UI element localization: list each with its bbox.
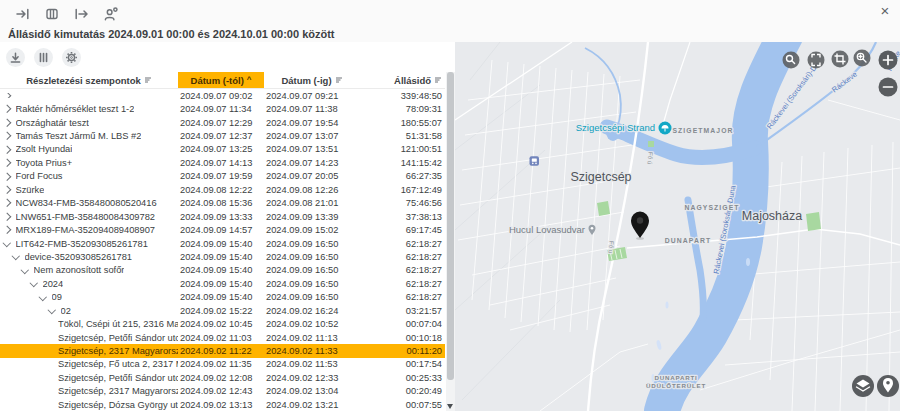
- row-duration: 00:17:54: [360, 359, 445, 369]
- road-label-fo-ut-2: Fő u: [607, 241, 615, 255]
- map-canvas[interactable]: Ráckevei (Soroksári)-Du Ráckevei (Soroks…: [455, 42, 900, 411]
- table-row[interactable]: MRX189-FMA-3520940894089072024.09.09 14:…: [0, 223, 445, 236]
- table-row[interactable]: Zsolt Hyundai2024.09.07 13:252024.09.07 …: [0, 143, 445, 156]
- row-tree-cell: NCW834-FMB-358480080520416: [0, 198, 178, 208]
- district-label-dunaparti-2: ÜDÜLŐTERÜLET: [646, 382, 706, 389]
- table-row[interactable]: Szigetcsép, Fő utca 2, 2317 Magy2024.09.…: [0, 358, 445, 371]
- table-row[interactable]: Nem azonosított sofőr2024.09.09 15:40202…: [0, 264, 445, 277]
- table-row[interactable]: Szigetcsép, Petőfi Sándor utca 1,2024.09…: [0, 331, 445, 344]
- close-icon[interactable]: ×: [876, 1, 894, 19]
- chevron-right-icon[interactable]: [3, 119, 11, 127]
- row-date-to: 2024.09.09 16:50: [264, 239, 360, 249]
- row-date-to: 2024.09.07 09:21: [264, 91, 360, 101]
- chevron-right-icon[interactable]: [3, 93, 11, 99]
- row-label: Szürke: [16, 185, 45, 195]
- map-zoom-area-button[interactable]: [854, 50, 871, 67]
- column-header-details[interactable]: Részletezési szempontok: [0, 72, 178, 88]
- table-row[interactable]: 022024.09.02 15:222024.09.02 16:2403:21:…: [0, 304, 445, 317]
- row-tree-cell: Zsolt Hyundai: [0, 144, 178, 154]
- column-header-date-from[interactable]: Dátum (-tól) ^: [178, 72, 264, 88]
- row-date-from: 2024.09.07 09:02: [178, 91, 264, 101]
- scrollbar-thumb[interactable]: [447, 72, 454, 380]
- table-row[interactable]: 2024.09.07 09:022024.09.07 09:21339:48:5…: [0, 89, 445, 102]
- chevron-down-icon[interactable]: [3, 239, 11, 247]
- bus-stop-icon[interactable]: [530, 156, 540, 166]
- table-row[interactable]: 092024.09.09 15:402024.09.09 16:5062:18:…: [0, 291, 445, 304]
- column-header-date-to[interactable]: Dátum (-ig): [264, 72, 360, 88]
- table-body: 2024.09.07 09:022024.09.07 09:21339:48:5…: [0, 89, 445, 411]
- map-crop-button[interactable]: [832, 51, 849, 68]
- row-duration: 62:18:27: [360, 292, 445, 302]
- table-row[interactable]: Raktér hőmérséklet teszt 1-22024.09.07 1…: [0, 102, 445, 115]
- map-zoom-out-button[interactable]: [879, 78, 898, 97]
- row-label: Tököl, Csépi út 215, 2316 Magyar: [58, 319, 178, 329]
- table-row[interactable]: device-3520930852617812024.09.09 15:4020…: [0, 250, 445, 263]
- table-row[interactable]: Szürke2024.09.08 12:222024.09.08 12:2616…: [0, 183, 445, 196]
- row-tree-cell: Raktér hőmérséklet teszt 1-2: [0, 104, 178, 114]
- settings-gear-icon[interactable]: [62, 48, 81, 67]
- table-row[interactable]: Tamás Teszt Jármű M. LBS #22024.09.07 12…: [0, 129, 445, 142]
- chevron-down-icon[interactable]: [39, 292, 47, 300]
- city-label-szigetcsep: Szigetcsép: [570, 170, 631, 184]
- column-label: Részletezési szempontok: [26, 75, 141, 86]
- chevron-right-icon[interactable]: [3, 199, 11, 207]
- table-row[interactable]: LIT642-FMB-3520930852617812024.09.09 15:…: [0, 237, 445, 250]
- district-label-nagysziget: NAGYSZIGET: [684, 204, 739, 211]
- driver-status-icon[interactable]: [101, 5, 119, 23]
- table-row[interactable]: Országhatár teszt2024.09.07 12:292024.09…: [0, 116, 445, 129]
- table-row[interactable]: Tököl, Csépi út 215, 2316 Magyar2024.09.…: [0, 317, 445, 330]
- table-row[interactable]: Szigetcsép, Petőfi Sándor utca 1,2024.09…: [0, 371, 445, 384]
- chevron-down-icon[interactable]: [12, 252, 20, 260]
- chevron-right-icon[interactable]: [3, 172, 11, 180]
- row-tree-cell: Ford Focus: [0, 171, 178, 181]
- row-date-to: 2024.09.07 14:23: [264, 158, 360, 168]
- map-search-button[interactable]: [783, 52, 800, 69]
- road-label-fo-ut-1: Fő ú: [646, 152, 654, 166]
- chevron-right-icon[interactable]: [3, 159, 11, 167]
- download-icon[interactable]: [6, 48, 25, 67]
- chevron-right-icon[interactable]: [3, 226, 11, 234]
- table-row[interactable]: 20242024.09.09 15:402024.09.09 16:5062:1…: [0, 277, 445, 290]
- row-label: Szigetcsép, Petőfi Sándor utca 1,: [58, 373, 178, 383]
- row-duration: 339:48:50: [360, 91, 445, 101]
- column-label: Dátum (-ig): [281, 75, 331, 86]
- chevron-right-icon[interactable]: [3, 132, 11, 140]
- table-row[interactable]: Szigetcsép, 2317 Magyarország2024.09.02 …: [0, 385, 445, 398]
- chevron-right-icon[interactable]: [3, 105, 11, 113]
- map-marker-button[interactable]: [877, 375, 899, 397]
- column-header-duration[interactable]: Állásidő: [360, 72, 445, 88]
- columns-icon[interactable]: [34, 48, 53, 67]
- row-tree-cell: Szürke: [0, 185, 178, 195]
- row-duration: 180:55:07: [360, 118, 445, 128]
- district-label-dunapart: DUNAPART: [665, 237, 711, 244]
- chevron-down-icon[interactable]: [48, 306, 56, 314]
- row-date-from: 2024.09.02 12:08: [178, 373, 264, 383]
- row-date-from: 2024.09.09 15:40: [178, 292, 264, 302]
- sort-icon: [144, 76, 152, 84]
- chevron-down-icon[interactable]: [30, 279, 38, 287]
- row-label: 09: [52, 292, 62, 302]
- row-date-from: 2024.09.07 12:37: [178, 131, 264, 141]
- scroll-down-icon[interactable]: [447, 404, 453, 409]
- row-label: device-352093085261781: [25, 252, 133, 262]
- row-duration: 62:18:27: [360, 239, 445, 249]
- chevron-right-icon[interactable]: [3, 186, 11, 194]
- row-tree-cell: Toyota Prius+: [0, 158, 178, 168]
- bar-to-arrow-icon[interactable]: [72, 5, 90, 23]
- map-zoom-in-button[interactable]: [879, 51, 898, 70]
- vertical-scrollbar[interactable]: [446, 72, 455, 411]
- map-fullscreen-button[interactable]: [808, 52, 825, 69]
- table-row[interactable]: LNW651-FMB-3584800843097822024.09.09 13:…: [0, 210, 445, 223]
- arrow-to-bar-icon[interactable]: [14, 5, 32, 23]
- table-row[interactable]: Ford Focus2024.09.07 19:592024.09.07 20:…: [0, 170, 445, 183]
- table-row[interactable]: Szigetcsép, Dózsa György utca 192024.09.…: [0, 398, 445, 411]
- table-row[interactable]: NCW834-FMB-3584800805204162024.09.08 15:…: [0, 197, 445, 210]
- chevron-right-icon[interactable]: [3, 146, 11, 154]
- map-layers-button[interactable]: [852, 375, 874, 397]
- table-view-icon[interactable]: [43, 5, 61, 23]
- chevron-down-icon[interactable]: [21, 266, 29, 274]
- chevron-right-icon[interactable]: [3, 213, 11, 221]
- table-row[interactable]: Toyota Prius+2024.09.07 14:132024.09.07 …: [0, 156, 445, 169]
- table-row[interactable]: Szigetcsép, 2317 Magyarország2024.09.02 …: [0, 344, 445, 357]
- poi-hucul[interactable]: Hucul Lovasudvar: [509, 224, 596, 235]
